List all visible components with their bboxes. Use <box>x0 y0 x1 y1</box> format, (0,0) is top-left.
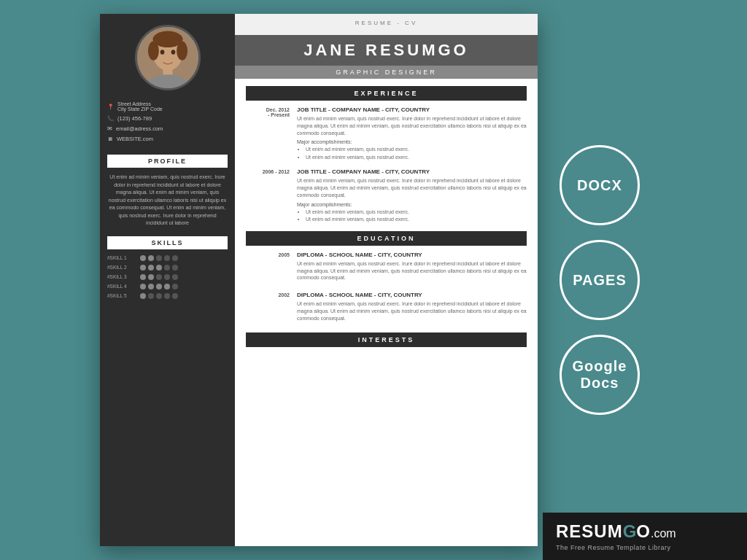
brand-dot-com: .com <box>651 527 676 540</box>
svg-point-7 <box>160 50 164 55</box>
contact-info: 📍 Street Address City State ZIP Code 📞 (… <box>107 101 228 146</box>
skill-dots <box>140 284 178 289</box>
accomplishments-label: Major accomplishments: <box>297 202 527 207</box>
skill-dots <box>140 255 178 261</box>
edu-diploma: DIPLOMA - SCHOOL NAME - CITY, COUNTRY <box>297 292 527 298</box>
brand-resum: RESUM <box>556 521 623 542</box>
right-panel: DOCX PAGES GoogleDocs <box>560 145 640 415</box>
docx-label: DOCX <box>577 177 622 194</box>
edu-desc: Ut enim ad minim veniam, quis nostrud ex… <box>297 260 527 281</box>
brand-o: O <box>636 521 651 542</box>
brand-logo: RESUM G O .com <box>556 521 676 542</box>
experience-item: Dec. 2012- Present JOB TITLE - COMPANY N… <box>246 106 527 161</box>
experience-item: 2006 - 2012 JOB TITLE - COMPANY NAME - C… <box>246 168 527 223</box>
accomplishments-label: Major accomplishments: <box>297 139 527 144</box>
skill-item: #SKILL 2 <box>107 265 228 271</box>
skill-item: #SKILL 1 <box>107 255 228 261</box>
skill-dots <box>140 265 178 271</box>
exp-job-title: JOB TITLE - COMPANY NAME - CITY, COUNTRY <box>297 168 527 175</box>
website-icon: 🖥 <box>107 136 113 142</box>
skill-dots <box>140 274 178 280</box>
resume-name-bar: JANE RESUMGO <box>235 35 538 66</box>
edu-date: 2005 <box>246 252 290 284</box>
education-section-header: EDUCATION <box>246 231 527 246</box>
docx-button[interactable]: DOCX <box>560 145 640 225</box>
pages-button[interactable]: PAGES <box>560 240 640 320</box>
education-item: 2005 DIPLOMA - SCHOOL NAME - CITY, COUNT… <box>246 252 527 284</box>
skills-list: #SKILL 1 #SKILL 2 <box>107 255 228 303</box>
page-container: 📍 Street Address City State ZIP Code 📞 (… <box>0 0 747 560</box>
education-item: 2002 DIPLOMA - SCHOOL NAME - CITY, COUNT… <box>246 292 527 324</box>
dot-empty <box>172 255 178 261</box>
dot-filled <box>148 255 154 261</box>
svg-point-4 <box>177 42 187 61</box>
pages-label: PAGES <box>573 272 627 289</box>
skill-item: #SKILL 3 <box>107 274 228 280</box>
edu-content: DIPLOMA - SCHOOL NAME - CITY, COUNTRY Ut… <box>297 252 527 284</box>
experience-section-header: EXPERIENCE <box>246 86 527 101</box>
profile-photo <box>135 25 201 90</box>
phone-icon: 📞 <box>107 115 114 122</box>
google-docs-label: GoogleDocs <box>573 358 627 392</box>
dot-empty <box>164 255 170 261</box>
svg-point-8 <box>171 50 175 55</box>
skill-dots <box>140 293 178 299</box>
resume-main: RESUME - CV JANE RESUMGO GRAPHIC DESIGNE… <box>235 14 538 546</box>
skill-item: #SKILL 4 <box>107 284 228 289</box>
exp-desc: Ut enim ad minim veniam, quis nostrud ex… <box>297 115 527 136</box>
dot-empty <box>156 255 162 261</box>
profile-text: Ut enim ad minim veniam, quis nostrud ex… <box>107 174 228 228</box>
edu-desc: Ut enim ad minim veniam, quis nostrud ex… <box>297 300 527 322</box>
resume-sidebar: 📍 Street Address City State ZIP Code 📞 (… <box>100 14 235 546</box>
skill-item: #SKILL 5 <box>107 293 228 299</box>
exp-desc: Ut enim ad minim veniam, quis nostrud ex… <box>297 177 527 198</box>
exp-content: JOB TITLE - COMPANY NAME - CITY, COUNTRY… <box>297 106 527 161</box>
branding-bar: RESUM G O .com The Free Resume Template … <box>543 513 747 560</box>
interests-section-header: INTERESTS <box>246 332 527 347</box>
resume-name: JANE RESUMGO <box>235 41 538 60</box>
exp-job-title: JOB TITLE - COMPANY NAME - CITY, COUNTRY <box>297 106 527 113</box>
edu-diploma: DIPLOMA - SCHOOL NAME - CITY, COUNTRY <box>297 252 527 258</box>
brand-tagline: The Free Resume Template Library <box>556 544 670 551</box>
profile-section-header: PROFILE <box>107 155 228 168</box>
edu-date: 2002 <box>246 292 290 324</box>
dot-filled <box>140 255 146 261</box>
contact-website: 🖥 WEBSITE.com <box>107 136 228 142</box>
resume-title-bar: GRAPHIC DESIGNER <box>235 66 538 79</box>
skills-section-header: SKILLS <box>107 236 228 249</box>
svg-point-3 <box>147 42 158 61</box>
exp-date: Dec. 2012- Present <box>246 106 290 161</box>
exp-accomplishments: Ut enim ad minim veniam, quis nostrud ex… <box>297 146 527 161</box>
resume-title: GRAPHIC DESIGNER <box>235 69 538 76</box>
email-icon: ✉ <box>107 125 112 132</box>
resume-header: RESUME - CV <box>235 14 538 35</box>
resume-card: 📍 Street Address City State ZIP Code 📞 (… <box>100 14 538 546</box>
contact-address: 📍 Street Address City State ZIP Code <box>107 101 228 112</box>
exp-content: JOB TITLE - COMPANY NAME - CITY, COUNTRY… <box>297 168 527 223</box>
contact-email: ✉ email@adress.com <box>107 125 228 132</box>
location-icon: 📍 <box>107 104 114 110</box>
exp-accomplishments: Ut enim ad minim veniam, quis nostrud ex… <box>297 209 527 224</box>
brand-go: G <box>623 521 637 542</box>
exp-date: 2006 - 2012 <box>246 168 290 223</box>
resume-cv-label: RESUME - CV <box>246 20 527 26</box>
resume-body: EXPERIENCE Dec. 2012- Present JOB TITLE … <box>235 79 538 546</box>
contact-phone: 📞 (123) 456-789 <box>107 115 228 122</box>
google-docs-button[interactable]: GoogleDocs <box>560 335 640 415</box>
edu-content: DIPLOMA - SCHOOL NAME - CITY, COUNTRY Ut… <box>297 292 527 324</box>
